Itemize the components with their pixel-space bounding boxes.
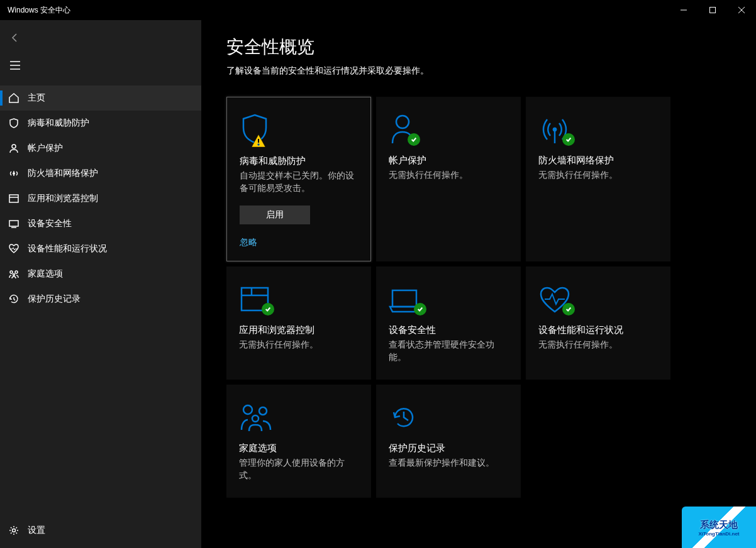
- watermark-sub: XiTongTianDi.net: [698, 531, 739, 537]
- svg-point-19: [258, 144, 260, 146]
- svg-point-9: [13, 173, 14, 174]
- history-icon: [8, 293, 20, 305]
- person-icon: [8, 142, 20, 155]
- nav-item-settings[interactable]: 设置: [0, 518, 201, 543]
- card-desc: 无需执行任何操作。: [389, 169, 468, 182]
- close-button[interactable]: [727, 0, 756, 20]
- nav-label: 应用和浏览器控制: [28, 193, 98, 204]
- gear-icon: [8, 524, 20, 537]
- svg-point-16: [13, 274, 15, 276]
- nav-label: 帐户保护: [28, 143, 63, 154]
- nav-list: 主页 病毒和威胁防护 帐户保护 防火墙和网络保护 应用和浏览器控制 设备安全性: [0, 83, 201, 515]
- warning-icon: [251, 134, 266, 148]
- card-title: 帐户保护: [389, 155, 426, 167]
- status-ok-icon: [414, 303, 426, 315]
- svg-point-7: [12, 145, 16, 148]
- card-desc: 无需执行任何操作。: [538, 169, 618, 182]
- card-title: 保护历史记录: [389, 442, 445, 454]
- card-title: 设备性能和运行状况: [538, 324, 623, 336]
- svg-rect-10: [9, 195, 18, 202]
- status-ok-icon: [262, 303, 274, 315]
- nav-label: 设备安全性: [28, 218, 72, 229]
- home-icon: [8, 92, 20, 104]
- card-device-security[interactable]: 设备安全性 查看状态并管理硬件安全功能。: [376, 266, 521, 380]
- dismiss-link[interactable]: 忽略: [240, 237, 257, 248]
- device-icon: [389, 279, 423, 314]
- card-title: 家庭选项: [239, 442, 277, 454]
- card-desc: 无需执行任何操作。: [239, 339, 318, 351]
- app-icon: [239, 279, 270, 314]
- nav-item-virus[interactable]: 病毒和威胁防护: [0, 111, 201, 136]
- nav-label: 保护历史记录: [28, 293, 81, 305]
- window-title: Windows 安全中心: [8, 5, 70, 16]
- nav-label: 设置: [28, 525, 45, 536]
- nav-label: 防火墙和网络保护: [28, 168, 98, 179]
- nav-item-family[interactable]: 家庭选项: [0, 261, 201, 287]
- history-icon: [389, 397, 419, 432]
- svg-point-17: [13, 529, 16, 532]
- svg-rect-1: [710, 8, 716, 13]
- card-grid: 病毒和威胁防护 自动提交样本已关闭。你的设备可能易受攻击。 启用 忽略 帐户保护…: [226, 97, 756, 498]
- nav-label: 病毒和威胁防护: [28, 118, 89, 129]
- card-desc: 无需执行任何操作。: [538, 339, 618, 351]
- wifi-icon: [538, 109, 571, 145]
- nav-label: 主页: [28, 92, 45, 104]
- app-icon: [8, 192, 20, 205]
- page-subtitle: 了解设备当前的安全性和运行情况并采取必要操作。: [226, 65, 756, 77]
- card-app-browser[interactable]: 应用和浏览器控制 无需执行任何操作。: [226, 266, 371, 380]
- nav-label: 设备性能和运行状况: [28, 243, 107, 255]
- wifi-icon: [8, 167, 20, 180]
- card-performance[interactable]: 设备性能和运行状况 无需执行任何操作。: [526, 266, 670, 380]
- heartbeat-icon: [8, 243, 20, 255]
- watermark: 系统天地 XiTongTianDi.net: [682, 507, 756, 548]
- card-desc: 查看最新保护操作和建议。: [389, 457, 494, 469]
- nav-item-app-browser[interactable]: 应用和浏览器控制: [0, 186, 201, 211]
- card-account-protection[interactable]: 帐户保护 无需执行任何操作。: [376, 97, 521, 261]
- watermark-text: 系统天地: [700, 519, 738, 531]
- svg-point-26: [243, 405, 252, 414]
- nav-item-device-security[interactable]: 设备安全性: [0, 211, 201, 236]
- shield-icon: [8, 117, 20, 129]
- device-icon: [8, 217, 20, 230]
- family-icon: [239, 397, 273, 432]
- svg-point-28: [252, 415, 258, 422]
- card-firewall[interactable]: 防火墙和网络保护 无需执行任何操作。: [526, 97, 670, 261]
- family-icon: [8, 268, 20, 280]
- status-ok-icon: [408, 133, 420, 146]
- card-desc: 管理你的家人使用设备的方式。: [239, 457, 359, 481]
- enable-button[interactable]: 启用: [240, 206, 310, 224]
- content-area: 安全性概览 了解设备当前的安全性和运行情况并采取必要操作。 病毒和威胁防护 自动…: [201, 20, 756, 548]
- card-desc: 自动提交样本已关闭。你的设备可能易受攻击。: [240, 170, 358, 194]
- window-controls: [669, 0, 756, 20]
- status-ok-icon: [562, 303, 575, 315]
- hamburger-button[interactable]: [0, 53, 30, 78]
- card-title: 设备安全性: [389, 324, 436, 336]
- card-title: 应用和浏览器控制: [239, 324, 314, 336]
- shield-icon: [240, 110, 270, 145]
- back-button[interactable]: [0, 25, 30, 50]
- card-desc: 查看状态并管理硬件安全功能。: [389, 339, 508, 363]
- nav-item-firewall[interactable]: 防火墙和网络保护: [0, 161, 201, 186]
- svg-point-20: [396, 116, 409, 128]
- nav-item-home[interactable]: 主页: [0, 85, 201, 111]
- card-title: 防火墙和网络保护: [538, 155, 614, 167]
- maximize-button[interactable]: [698, 0, 727, 20]
- svg-rect-12: [9, 221, 18, 226]
- svg-point-14: [10, 271, 13, 273]
- person-icon: [389, 109, 416, 145]
- card-family[interactable]: 家庭选项 管理你的家人使用设备的方式。: [226, 385, 371, 498]
- card-title: 病毒和威胁防护: [240, 155, 306, 167]
- svg-point-15: [15, 271, 18, 273]
- nav-item-history[interactable]: 保护历史记录: [0, 287, 201, 312]
- nav-item-account[interactable]: 帐户保护: [0, 136, 201, 161]
- card-virus-threat[interactable]: 病毒和威胁防护 自动提交样本已关闭。你的设备可能易受攻击。 启用 忽略: [226, 97, 371, 261]
- titlebar: Windows 安全中心: [0, 0, 756, 20]
- heartbeat-icon: [538, 279, 571, 314]
- svg-point-27: [259, 407, 267, 415]
- status-ok-icon: [562, 133, 575, 146]
- nav-item-performance[interactable]: 设备性能和运行状况: [0, 236, 201, 261]
- nav-label: 家庭选项: [28, 268, 63, 280]
- page-title: 安全性概览: [226, 35, 756, 59]
- minimize-button[interactable]: [669, 0, 698, 20]
- card-history[interactable]: 保护历史记录 查看最新保护操作和建议。: [376, 385, 521, 498]
